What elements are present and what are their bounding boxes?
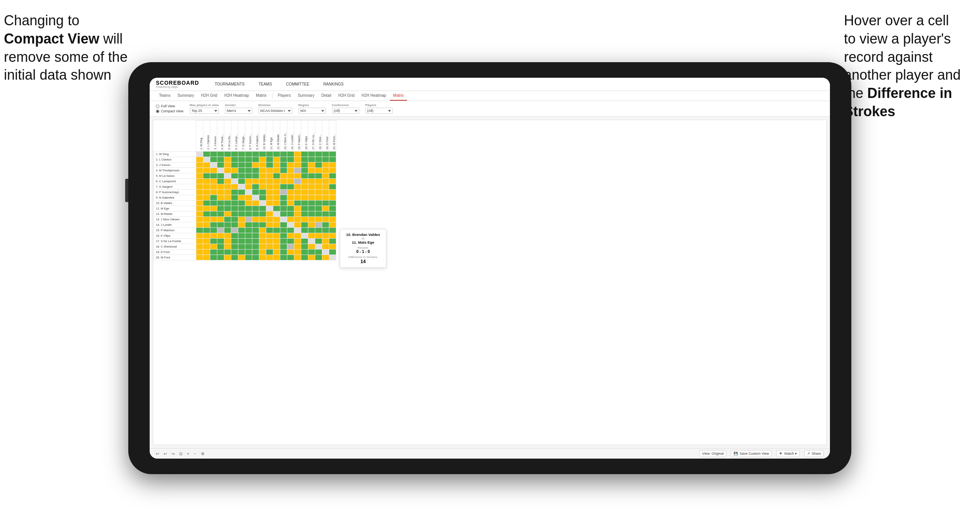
max-players-select[interactable]: Top 25 xyxy=(190,108,219,114)
heatmap-cell[interactable] xyxy=(322,201,329,206)
heatmap-cell[interactable] xyxy=(238,217,245,222)
heatmap-cell[interactable] xyxy=(280,239,287,244)
heatmap-cell[interactable] xyxy=(273,211,280,217)
heatmap-cell[interactable] xyxy=(322,206,329,211)
heatmap-cell[interactable] xyxy=(315,255,322,260)
heatmap-cell[interactable] xyxy=(329,173,336,179)
zoom-fit-icon[interactable]: ⊡ xyxy=(179,452,182,456)
heatmap-cell[interactable] xyxy=(308,201,315,206)
heatmap-cell[interactable] xyxy=(322,255,329,260)
heatmap-cell[interactable] xyxy=(196,168,203,173)
heatmap-cell[interactable] xyxy=(231,184,238,190)
gender-select[interactable]: Men's xyxy=(225,108,252,114)
heatmap-cell[interactable] xyxy=(273,228,280,233)
heatmap-cell[interactable] xyxy=(210,162,217,168)
heatmap-cell[interactable] xyxy=(280,250,287,255)
heatmap-cell[interactable] xyxy=(210,179,217,184)
heatmap-cell[interactable] xyxy=(322,211,329,217)
heatmap-cell[interactable] xyxy=(273,152,280,157)
heatmap-cell[interactable] xyxy=(322,239,329,244)
heatmap-cell[interactable] xyxy=(203,222,210,228)
heatmap-cell[interactable] xyxy=(294,255,301,260)
heatmap-cell[interactable] xyxy=(238,222,245,228)
heatmap-cell[interactable] xyxy=(203,157,210,162)
heatmap-cell[interactable] xyxy=(259,211,266,217)
heatmap-cell[interactable] xyxy=(245,162,252,168)
heatmap-cell[interactable] xyxy=(287,179,294,184)
heatmap-cell[interactable] xyxy=(245,173,252,179)
heatmap-cell[interactable] xyxy=(245,152,252,157)
heatmap-cell[interactable] xyxy=(238,184,245,190)
heatmap-cell[interactable] xyxy=(217,239,224,244)
watch-btn[interactable]: 👁 Watch ▾ xyxy=(776,450,800,457)
heatmap-cell[interactable] xyxy=(273,184,280,190)
heatmap-cell[interactable] xyxy=(231,162,238,168)
heatmap-cell[interactable] xyxy=(301,190,308,195)
heatmap-cell[interactable] xyxy=(245,201,252,206)
heatmap-cell[interactable] xyxy=(280,233,287,239)
heatmap-cell[interactable] xyxy=(238,162,245,168)
heatmap-cell[interactable] xyxy=(294,228,301,233)
heatmap-cell[interactable] xyxy=(196,162,203,168)
heatmap-cell[interactable] xyxy=(231,201,238,206)
heatmap-cell[interactable] xyxy=(252,157,259,162)
heatmap-cell[interactable] xyxy=(280,222,287,228)
nav-committee[interactable]: COMMITTEE xyxy=(284,80,312,88)
heatmap-cell[interactable] xyxy=(280,190,287,195)
heatmap-cell[interactable] xyxy=(329,206,336,211)
heatmap-cell[interactable] xyxy=(294,211,301,217)
tab-h2h-grid-2[interactable]: H2H Grid xyxy=(335,91,358,101)
heatmap-cell[interactable] xyxy=(308,152,315,157)
heatmap-cell[interactable] xyxy=(252,211,259,217)
heatmap-cell[interactable] xyxy=(217,190,224,195)
heatmap-cell[interactable] xyxy=(224,255,231,260)
heatmap-cell[interactable] xyxy=(231,222,238,228)
settings-icon[interactable]: ⚙ xyxy=(201,452,204,456)
heatmap-cell[interactable] xyxy=(224,184,231,190)
heatmap-cell[interactable] xyxy=(322,173,329,179)
heatmap-cell[interactable] xyxy=(245,239,252,244)
heatmap-cell[interactable] xyxy=(231,206,238,211)
heatmap-cell[interactable] xyxy=(245,222,252,228)
heatmap-cell[interactable] xyxy=(252,201,259,206)
heatmap-cell[interactable] xyxy=(231,179,238,184)
heatmap-cell[interactable] xyxy=(210,239,217,244)
heatmap-cell[interactable] xyxy=(224,206,231,211)
heatmap-cell[interactable] xyxy=(252,244,259,250)
heatmap-cell[interactable] xyxy=(231,152,238,157)
heatmap-cell[interactable] xyxy=(196,195,203,201)
heatmap-cell[interactable] xyxy=(203,190,210,195)
heatmap-cell[interactable] xyxy=(224,211,231,217)
undo2-icon[interactable]: ↩ xyxy=(164,452,167,456)
heatmap-cell[interactable] xyxy=(294,201,301,206)
heatmap-cell[interactable] xyxy=(315,162,322,168)
heatmap-cell[interactable] xyxy=(210,211,217,217)
heatmap-cell[interactable] xyxy=(259,184,266,190)
heatmap-cell[interactable] xyxy=(287,206,294,211)
heatmap-cell[interactable] xyxy=(210,222,217,228)
heatmap-cell[interactable] xyxy=(231,195,238,201)
heatmap-cell[interactable] xyxy=(224,173,231,179)
conference-select[interactable]: (All) xyxy=(332,108,359,114)
heatmap-cell[interactable] xyxy=(266,222,273,228)
tab-detail[interactable]: Detail xyxy=(318,91,335,101)
heatmap-cell[interactable] xyxy=(245,250,252,255)
heatmap-cell[interactable] xyxy=(196,233,203,239)
tab-matrix-2[interactable]: Matrix xyxy=(390,91,407,101)
heatmap-cell[interactable] xyxy=(308,228,315,233)
heatmap-cell[interactable] xyxy=(315,184,322,190)
heatmap-cell[interactable] xyxy=(259,152,266,157)
heatmap-cell[interactable] xyxy=(238,173,245,179)
heatmap-cell[interactable] xyxy=(273,179,280,184)
heatmap-cell[interactable] xyxy=(315,222,322,228)
tab-h2h-heatmap-2[interactable]: H2H Heatmap xyxy=(358,91,389,101)
heatmap-cell[interactable] xyxy=(329,244,336,250)
heatmap-cell[interactable] xyxy=(245,255,252,260)
heatmap-cell[interactable] xyxy=(315,239,322,244)
heatmap-cell[interactable] xyxy=(273,233,280,239)
heatmap-cell[interactable] xyxy=(315,217,322,222)
tab-summary-1[interactable]: Summary xyxy=(174,91,197,101)
heatmap-cell[interactable] xyxy=(252,184,259,190)
heatmap-cell[interactable] xyxy=(210,168,217,173)
heatmap-cell[interactable] xyxy=(231,239,238,244)
